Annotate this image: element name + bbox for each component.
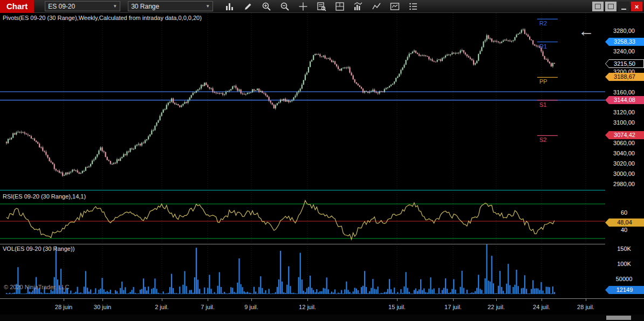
close-button[interactable]: ×	[631, 2, 642, 11]
chart-trader-icon[interactable]	[389, 1, 400, 12]
zoom-out-icon[interactable]	[279, 1, 290, 12]
pivots-indicator-label: Pivots(ES 09-20 (30 Range),Weekly,Calcul…	[3, 15, 202, 21]
scrollbar-thumb[interactable]	[606, 316, 631, 320]
rsi-indicator-label: RSI(ES 09-20 (30 Range),14,1)	[3, 193, 86, 200]
zoom-in-icon[interactable]	[261, 1, 272, 12]
drawing-line-icon[interactable]	[371, 1, 382, 12]
properties-icon[interactable]	[407, 1, 419, 12]
scroll-back-arrow-icon[interactable]: ←	[578, 22, 594, 40]
time-axis-tick	[162, 299, 162, 301]
svg-text:S2: S2	[539, 136, 546, 143]
axis-tick-label: 100K	[605, 261, 643, 267]
chart-style-icon[interactable]	[224, 1, 235, 12]
svg-text:PP: PP	[539, 78, 547, 85]
time-axis-label: 15 juil.	[388, 304, 406, 310]
time-axis-label: 22 juil.	[488, 304, 505, 310]
square-icon	[595, 4, 601, 9]
toolbar-icons	[224, 1, 419, 12]
price-badge: 48,04	[605, 218, 644, 227]
rsi-panel[interactable]: RSI(ES 09-20 (30 Range),14,1)	[0, 190, 605, 244]
svg-text:S1: S1	[539, 101, 546, 108]
time-axis-label: 9 juil.	[244, 304, 258, 310]
draw-pencil-icon[interactable]	[242, 1, 254, 12]
svg-text:R1: R1	[539, 43, 547, 50]
time-axis-tick	[496, 299, 497, 301]
time-axis-label: 24 juil.	[533, 304, 550, 310]
svg-text:R2: R2	[539, 20, 547, 26]
last-price-badge-label: 3215,50	[606, 60, 643, 67]
time-axis-tick	[453, 299, 454, 301]
panel-grid-icon[interactable]	[334, 1, 345, 12]
time-axis[interactable]: 28 juin30 juin2 juil.7 juil.9 juil.12 ju…	[0, 298, 644, 315]
ninjatrader-chart-window: Chart ES 09-20 ▼ 30 Range ▼ × R2R1PPS1S2…	[0, 0, 644, 321]
crosshair-icon[interactable]	[297, 1, 309, 12]
price-badge: 3188,67	[605, 73, 644, 81]
window-controls: ×	[592, 2, 642, 11]
time-axis-label: 17 juil.	[444, 304, 462, 310]
horizontal-scrollbar[interactable]	[0, 315, 644, 321]
axis-tick-label: 3240,00	[605, 48, 643, 54]
axis-tick-label: 3100,00	[605, 119, 643, 126]
axis-tick-label: 3160,00	[605, 89, 643, 95]
toolbar: Chart ES 09-20 ▼ 30 Range ▼ ×	[0, 0, 644, 13]
time-axis-label: 2 juil.	[155, 304, 169, 310]
minimize-icon	[621, 9, 626, 10]
chart-plot-area[interactable]: R2R1PPS1S2 Pivots(ES 09-20 (30 Range),We…	[0, 13, 605, 298]
axis-tick-label: 3120,00	[605, 109, 643, 115]
instrument-select-value: ES 09-20	[48, 3, 75, 10]
axis-tick-label: 150K	[605, 245, 643, 252]
price-badge: 3144,08	[605, 96, 644, 104]
axis-tick-label: 3020,00	[605, 160, 643, 167]
volume-panel[interactable]: VOL(ES 09-20 (30 Range)) © 2020 NinjaTra…	[0, 244, 605, 298]
price-panel[interactable]: R2R1PPS1S2 Pivots(ES 09-20 (30 Range),We…	[0, 13, 605, 190]
instrument-select[interactable]: ES 09-20 ▼	[45, 1, 120, 11]
time-axis-label: 28 juil.	[577, 304, 594, 310]
restore-button[interactable]	[592, 2, 604, 11]
price-badge: 12149	[605, 286, 644, 294]
time-axis-tick	[397, 299, 398, 301]
axis-tick-label: 40	[605, 227, 643, 233]
axis-tick-label: 3060,00	[605, 140, 643, 146]
chevron-down-icon: ▼	[205, 4, 210, 9]
chevron-down-icon: ▼	[113, 4, 117, 9]
range-select[interactable]: 30 Range ▼	[128, 1, 213, 11]
value-axis[interactable]: 3280,003240,003200,003160,003120,003100,…	[605, 13, 644, 298]
time-axis-tick	[307, 299, 308, 301]
price-badge: 3074,42	[605, 131, 644, 139]
volume-chart	[0, 244, 605, 298]
axis-tick-label: 3040,00	[605, 150, 643, 156]
indicators-icon[interactable]	[352, 1, 364, 12]
volume-indicator-label: VOL(ES 09-20 (30 Range))	[3, 245, 74, 252]
time-axis-tick	[542, 299, 542, 301]
time-axis-label: 12 juil.	[299, 304, 316, 310]
axis-tick-label: 2980,00	[605, 181, 643, 187]
time-axis-label: 28 juin	[55, 304, 72, 310]
price-badge: 3258,33	[605, 38, 644, 46]
axis-tick-label: 50000	[605, 276, 643, 282]
axis-tick-label: 3000,00	[605, 170, 643, 177]
time-axis-tick	[64, 299, 64, 301]
last-price-badge: 3215,50	[605, 59, 644, 68]
time-axis-tick	[102, 299, 103, 301]
candlestick-chart: R2R1PPS1S2	[0, 13, 605, 190]
square-icon	[608, 4, 614, 9]
time-axis-tick	[251, 299, 252, 301]
time-axis-tick	[208, 299, 208, 301]
window-title: Chart	[0, 0, 34, 13]
time-axis-tick	[586, 299, 586, 301]
minimize-button[interactable]	[618, 2, 629, 11]
rsi-chart	[0, 190, 605, 244]
time-axis-label: 7 juil.	[201, 304, 215, 310]
data-box-icon[interactable]	[316, 1, 327, 12]
ninjatrader-watermark: © 2020 NinjaTrader, LLC	[4, 284, 69, 290]
axis-tick-label: 60	[605, 209, 643, 216]
range-select-value: 30 Range	[131, 3, 159, 10]
maximize-button[interactable]	[605, 2, 616, 11]
axis-tick-label: 3280,00	[605, 28, 643, 34]
time-axis-label: 30 juin	[94, 304, 111, 310]
